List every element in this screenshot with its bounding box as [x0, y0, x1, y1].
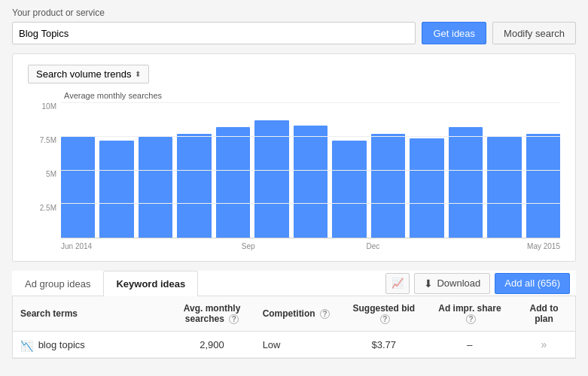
bar-3 — [139, 137, 172, 238]
table-row: 📉 blog topics 2,900 Low $3.77 — [13, 332, 575, 358]
modify-search-button[interactable]: Modify search — [492, 22, 576, 44]
tab-ad-group-ideas[interactable]: Ad group ideas — [12, 271, 103, 296]
download-button[interactable]: ⬇ Download — [414, 273, 490, 294]
bar-2 — [99, 141, 133, 238]
chevron-updown-icon: ⬍ — [135, 70, 141, 78]
bar-9 — [371, 134, 405, 238]
add-chevron-icon[interactable]: » — [541, 338, 547, 350]
tabs-table-section: Ad group ideas Keyword ideas 📈 ⬇ Downloa… — [12, 271, 576, 359]
bar-group-9 — [371, 103, 405, 238]
bar-group-1 — [61, 103, 95, 238]
th-suggested-bid: Suggested bid ? — [341, 296, 427, 332]
table-section: Search terms Avg. monthly searches ? Com… — [12, 296, 576, 359]
tabs-row: Ad group ideas Keyword ideas 📈 ⬇ Downloa… — [12, 271, 576, 296]
tab-actions: 📈 ⬇ Download Add all (656) — [385, 273, 576, 294]
bar-group-4 — [177, 103, 211, 238]
y-tick-1: 2.5M — [28, 205, 61, 212]
product-search-input[interactable] — [12, 22, 416, 44]
chart-dropdown-label: Search volume trends — [36, 68, 131, 80]
x-label-dec: Dec — [311, 242, 436, 250]
line-chart-icon: 📈 — [391, 277, 404, 289]
bar-5 — [216, 127, 250, 238]
cell-ad-impr-share: – — [427, 332, 513, 358]
bar-group-8 — [332, 103, 366, 238]
cell-competition: Low — [255, 332, 341, 358]
avg-help-icon[interactable]: ? — [229, 314, 239, 324]
x-label-may2015: May 2015 — [435, 242, 560, 250]
th-competition: Competition ? — [255, 296, 341, 332]
y-tick-3: 7.5M — [28, 137, 61, 144]
tab-keyword-ideas[interactable]: Keyword ideas — [103, 271, 198, 296]
th-add-to-plan: Add to plan — [513, 296, 575, 332]
y-tick-2: 5M — [28, 171, 61, 178]
bar-12 — [487, 137, 521, 238]
x-labels-row: Jun 2014 Sep Dec May 2015 — [61, 242, 560, 250]
bar-8 — [332, 141, 366, 238]
y-axis-label: Average monthly searches — [64, 91, 560, 100]
th-ad-impr-share: Ad impr. share ? — [427, 296, 513, 332]
chart-dropdown-button[interactable]: Search volume trends ⬍ — [28, 65, 149, 83]
get-ideas-button[interactable]: Get ideas — [422, 22, 486, 44]
bar-13 — [526, 134, 560, 238]
add-all-button[interactable]: Add all (656) — [495, 273, 570, 294]
th-search-terms: Search terms — [13, 296, 169, 332]
bars-container — [61, 103, 560, 238]
bar-group-12 — [487, 103, 521, 238]
x-label-jun2014: Jun 2014 — [61, 242, 186, 250]
bar-4 — [177, 134, 211, 238]
cell-avg-monthly: 2,900 — [169, 332, 255, 358]
trend-chart-icon-button[interactable]: 📈 — [385, 273, 410, 294]
cell-suggested-bid: $3.77 — [341, 332, 427, 358]
table-header-row: Search terms Avg. monthly searches ? Com… — [13, 296, 575, 332]
bar-10 — [410, 138, 443, 238]
suggested-bid-help-icon[interactable]: ? — [380, 314, 390, 324]
bar-group-2 — [99, 103, 133, 238]
chart-area: 2.5M 5M 7.5M 10M — [28, 103, 560, 238]
keyword-table: Search terms Avg. monthly searches ? Com… — [13, 296, 575, 358]
x-label-sep: Sep — [186, 242, 311, 250]
trend-sparkline-icon[interactable]: 📉 — [20, 340, 35, 350]
competition-help-icon[interactable]: ? — [320, 309, 330, 319]
bar-group-5 — [216, 103, 250, 238]
bar-6 — [254, 120, 288, 238]
table-body: 📉 blog topics 2,900 Low $3.77 — [13, 332, 575, 358]
cell-search-term: 📉 blog topics — [13, 332, 169, 358]
bar-group-3 — [139, 103, 172, 238]
bar-group-6 — [254, 103, 288, 238]
bar-group-7 — [294, 103, 328, 238]
bar-group-13 — [526, 103, 560, 238]
product-label: Your product or service — [12, 8, 576, 18]
top-section: Your product or service Get ideas Modify… — [0, 0, 588, 53]
download-arrow-icon: ⬇ — [424, 277, 433, 290]
y-axis: 2.5M 5M 7.5M 10M — [28, 103, 61, 238]
cell-add-to-plan: » — [513, 332, 575, 358]
bar-1 — [61, 137, 95, 238]
bar-7 — [294, 126, 328, 238]
y-tick-4: 10M — [28, 103, 61, 111]
chart-card: Search volume trends ⬍ Average monthly s… — [12, 53, 576, 262]
download-label: Download — [437, 277, 480, 289]
main-content: Search volume trends ⬍ Average monthly s… — [0, 53, 588, 371]
bar-11 — [449, 127, 483, 238]
bar-group-10 — [410, 103, 443, 238]
bar-group-11 — [449, 103, 483, 238]
th-avg-monthly: Avg. monthly searches ? — [169, 296, 255, 332]
ad-impr-help-icon[interactable]: ? — [466, 314, 476, 324]
search-bar-row: Get ideas Modify search — [12, 22, 576, 44]
